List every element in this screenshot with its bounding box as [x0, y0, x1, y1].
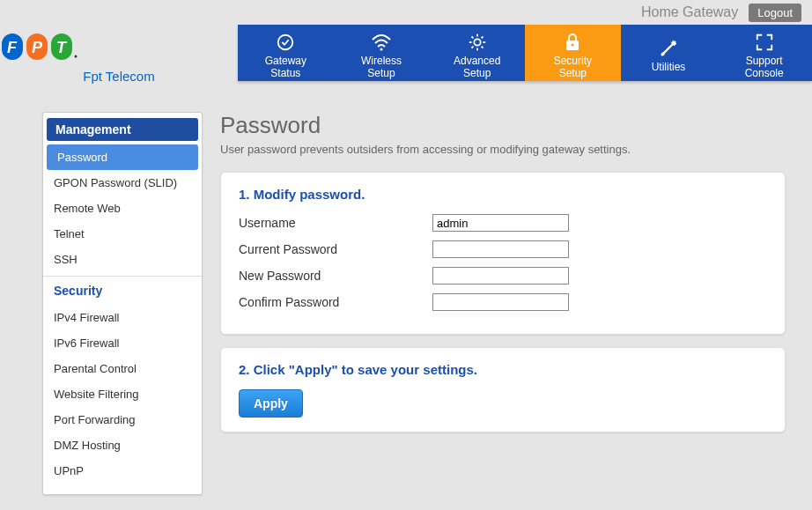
apply-button[interactable]: Apply [239, 389, 303, 418]
sidebar-item-parental-control[interactable]: Parental Control [43, 356, 202, 381]
nav-label: Wireless Setup [361, 55, 402, 80]
nav-security-setup[interactable]: Security Setup [525, 25, 621, 81]
check-circle-icon [276, 32, 295, 53]
sidebar: Management Password GPON Password (SLID)… [42, 112, 203, 495]
wifi-icon [371, 32, 392, 53]
svg-line-17 [481, 36, 483, 38]
svg-line-15 [481, 46, 483, 48]
nav-support-console[interactable]: Support Console [716, 25, 812, 81]
current-password-input[interactable] [432, 240, 569, 258]
svg-point-9 [474, 39, 480, 45]
fpt-logo-icon: F P T [0, 30, 79, 65]
sidebar-item-ipv6-firewall[interactable]: IPv6 Firewall [43, 330, 202, 356]
sidebar-item-website-filtering[interactable]: Website Filtering [43, 381, 202, 407]
svg-point-8 [380, 48, 383, 50]
sidebar-item-password[interactable]: Password [47, 144, 198, 170]
panel-heading: 1. Modify password. [239, 187, 767, 202]
new-password-label: New Password [239, 269, 432, 283]
sidebar-header-security: Security [43, 276, 202, 305]
sidebar-item-ssh[interactable]: SSH [43, 247, 202, 272]
confirm-password-label: Confirm Password [239, 295, 432, 309]
gear-icon [468, 32, 487, 53]
nav-label: Security Setup [554, 55, 592, 80]
username-input[interactable] [432, 214, 569, 232]
tools-icon [659, 38, 678, 59]
username-label: Username [239, 216, 432, 230]
svg-line-16 [471, 46, 473, 48]
gateway-title: Home Gateway [641, 4, 738, 20]
lock-icon [564, 32, 581, 53]
nav-utilities[interactable]: Utilities [621, 25, 717, 81]
expand-icon [755, 32, 774, 53]
svg-text:P: P [32, 39, 43, 56]
nav-label: Support Console [745, 55, 784, 80]
logout-button[interactable]: Logout [749, 4, 801, 22]
svg-point-6 [75, 55, 78, 58]
sidebar-item-upnp[interactable]: UPnP [43, 458, 202, 484]
sidebar-item-dmz-hosting[interactable]: DMZ Hosting [43, 432, 202, 458]
svg-point-7 [278, 34, 293, 49]
main-nav: Gateway Status Wireless Setup Advanced S… [238, 25, 812, 81]
nav-advanced-setup[interactable]: Advanced Setup [429, 25, 525, 81]
sidebar-header-management: Management [47, 118, 198, 141]
sidebar-item-remote-web[interactable]: Remote Web [43, 196, 202, 221]
nav-label: Utilities [652, 61, 686, 73]
sidebar-item-gpon-password[interactable]: GPON Password (SLID) [43, 170, 202, 196]
panel-heading: 2. Click "Apply" to save your settings. [239, 362, 767, 377]
page-description: User password prevents outsiders from ac… [220, 143, 786, 156]
svg-point-19 [572, 43, 574, 46]
nav-gateway-status[interactable]: Gateway Status [238, 25, 334, 81]
svg-point-20 [661, 52, 665, 55]
svg-line-14 [471, 36, 473, 38]
apply-panel: 2. Click "Apply" to save your settings. … [220, 347, 786, 432]
confirm-password-input[interactable] [432, 293, 569, 311]
logo-area: F P T Fpt Telecom [0, 25, 238, 84]
new-password-input[interactable] [432, 267, 569, 285]
svg-text:F: F [7, 39, 18, 56]
current-password-label: Current Password [239, 242, 432, 256]
sidebar-item-telnet[interactable]: Telnet [43, 221, 202, 247]
modify-password-panel: 1. Modify password. Username Current Pas… [220, 172, 786, 335]
sidebar-item-port-forwarding[interactable]: Port Forwarding [43, 407, 202, 432]
logo-subtext: Fpt Telecom [0, 69, 238, 84]
page-title: Password [220, 112, 786, 139]
nav-label: Gateway Status [265, 55, 306, 80]
nav-wireless-setup[interactable]: Wireless Setup [334, 25, 430, 81]
nav-label: Advanced Setup [454, 55, 500, 80]
sidebar-item-ipv4-firewall[interactable]: IPv4 Firewall [43, 305, 202, 330]
